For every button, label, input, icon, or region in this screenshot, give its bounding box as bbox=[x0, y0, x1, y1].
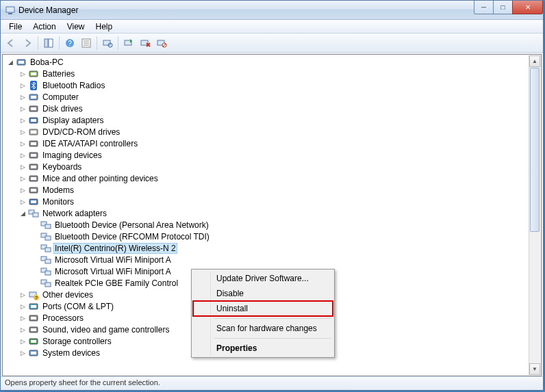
net-icon bbox=[28, 208, 39, 219]
tree-item-adapter[interactable]: Bluetooth Device (Personal Area Network) bbox=[4, 219, 529, 231]
tree-label: Microsoft Virtual WiFi Miniport A bbox=[53, 267, 173, 276]
device-manager-window: Device Manager ─ □ ✕ File Action View He… bbox=[0, 0, 544, 391]
tree-category[interactable]: ▷Modems bbox=[4, 184, 529, 196]
uninstall-button[interactable] bbox=[138, 36, 153, 51]
menu-update-driver[interactable]: Update Driver Software... bbox=[193, 271, 333, 286]
expand-icon[interactable]: ▷ bbox=[19, 186, 27, 194]
toolbar-separator bbox=[38, 36, 38, 50]
maximize-button[interactable]: □ bbox=[493, 1, 513, 14]
expand-icon[interactable]: ▷ bbox=[19, 314, 27, 322]
menu-scan-hardware[interactable]: Scan for hardware changes bbox=[193, 321, 333, 336]
tree-category[interactable]: ▷Mice and other pointing devices bbox=[4, 172, 529, 184]
help-button[interactable]: ? bbox=[62, 36, 77, 51]
properties-button[interactable] bbox=[79, 36, 94, 51]
menu-properties[interactable]: Properties bbox=[193, 341, 333, 356]
menu-view[interactable]: View bbox=[62, 21, 90, 33]
tree-item-adapter[interactable]: Bluetooth Device (RFCOMM Protocol TDI) bbox=[4, 231, 529, 242]
tree-label: Keyboards bbox=[41, 162, 83, 172]
expand-icon[interactable]: ▷ bbox=[19, 326, 27, 333]
scan-hardware-button[interactable] bbox=[100, 36, 115, 51]
tree-item-adapter[interactable]: Intel(R) Centrino(R) Wireless-N 2 bbox=[4, 242, 529, 254]
tree-category[interactable]: ▷Disk drives bbox=[4, 103, 529, 114]
tree-label: Monitors bbox=[41, 197, 75, 207]
tree-label: Sound, video and game controllers bbox=[41, 325, 170, 335]
menu-file[interactable]: File bbox=[3, 21, 27, 33]
svg-rect-43 bbox=[33, 213, 38, 217]
tree-label: Mice and other pointing devices bbox=[41, 174, 160, 183]
title-bar[interactable]: Device Manager ─ □ ✕ bbox=[1, 1, 543, 20]
tree-category[interactable]: ▷Monitors bbox=[4, 196, 529, 207]
toolbar: ? bbox=[1, 34, 543, 53]
tree-spacer bbox=[31, 221, 39, 228]
expand-icon[interactable]: ▷ bbox=[19, 349, 27, 356]
tree-category[interactable]: ▷DVD/CD-ROM drives bbox=[4, 126, 529, 138]
context-menu: Update Driver Software... Disable Uninst… bbox=[191, 269, 335, 358]
net-icon bbox=[40, 220, 51, 231]
expand-icon[interactable]: ▷ bbox=[19, 151, 27, 159]
tree-category[interactable]: ▷Computer bbox=[4, 91, 529, 103]
tree-category[interactable]: ▷Display adapters bbox=[4, 114, 529, 126]
svg-rect-23 bbox=[31, 96, 36, 99]
scroll-down-button[interactable]: ▼ bbox=[529, 363, 540, 375]
expand-icon[interactable]: ▷ bbox=[19, 93, 27, 101]
keyboard-icon bbox=[28, 161, 39, 172]
system-icon bbox=[28, 348, 39, 358]
svg-rect-27 bbox=[31, 119, 36, 122]
tree-spacer bbox=[31, 256, 39, 263]
cpu-icon bbox=[28, 313, 39, 324]
show-hide-tree-button[interactable] bbox=[41, 36, 56, 51]
tree-root[interactable]: ◢Boba-PC bbox=[4, 56, 529, 68]
svg-rect-35 bbox=[31, 166, 36, 168]
tree-category[interactable]: ▷Batteries bbox=[4, 68, 529, 79]
menu-disable[interactable]: Disable bbox=[193, 286, 333, 301]
expand-icon[interactable]: ▷ bbox=[19, 291, 27, 298]
monitor-icon bbox=[28, 196, 39, 207]
back-button[interactable] bbox=[3, 36, 18, 51]
menu-help[interactable]: Help bbox=[90, 21, 118, 33]
tree-label: Modems bbox=[41, 185, 75, 195]
expand-icon[interactable]: ▷ bbox=[19, 174, 27, 182]
tree-category[interactable]: ▷Imaging devices bbox=[4, 149, 529, 161]
forward-button[interactable] bbox=[20, 36, 35, 51]
tree-label: Realtek PCIe GBE Family Control bbox=[53, 278, 179, 288]
bluetooth-icon bbox=[28, 80, 39, 91]
vertical-scrollbar[interactable]: ▲ ▼ bbox=[529, 55, 540, 375]
tree-category[interactable]: ▷Keyboards bbox=[4, 161, 529, 172]
expand-icon[interactable]: ▷ bbox=[19, 337, 27, 345]
scroll-up-button[interactable]: ▲ bbox=[529, 55, 540, 67]
update-driver-button[interactable] bbox=[121, 36, 136, 51]
net-icon bbox=[40, 266, 51, 277]
expand-icon[interactable]: ▷ bbox=[19, 163, 27, 170]
net-icon bbox=[40, 243, 51, 254]
tree-category-network[interactable]: ◢Network adapters bbox=[4, 207, 529, 219]
expand-icon[interactable]: ▷ bbox=[19, 81, 27, 89]
tree-spacer bbox=[31, 233, 39, 240]
modem-icon bbox=[28, 185, 39, 196]
status-text: Opens property sheet for the current sel… bbox=[5, 378, 160, 387]
expand-icon[interactable]: ▷ bbox=[19, 105, 27, 112]
collapse-icon[interactable]: ◢ bbox=[19, 209, 27, 217]
close-button[interactable]: ✕ bbox=[512, 1, 543, 14]
cd-icon bbox=[28, 127, 39, 138]
menu-bar: File Action View Help bbox=[1, 20, 543, 34]
tree-item-adapter[interactable]: Microsoft Virtual WiFi Miniport A bbox=[4, 254, 529, 265]
menu-action[interactable]: Action bbox=[27, 21, 61, 33]
expand-icon[interactable]: ▷ bbox=[19, 302, 27, 310]
expand-icon[interactable]: ▷ bbox=[19, 116, 27, 124]
collapse-icon[interactable]: ◢ bbox=[7, 58, 14, 66]
expand-icon[interactable]: ▷ bbox=[19, 70, 27, 77]
battery-icon bbox=[28, 68, 39, 79]
pc-icon bbox=[16, 57, 27, 68]
tree-category[interactable]: ▷IDE ATA/ATAPI controllers bbox=[4, 138, 529, 149]
expand-icon[interactable]: ▷ bbox=[19, 198, 27, 205]
expand-icon[interactable]: ▷ bbox=[19, 128, 27, 135]
tree-label: System devices bbox=[41, 348, 101, 358]
status-bar: Opens property sheet for the current sel… bbox=[1, 376, 543, 390]
menu-uninstall[interactable]: Uninstall bbox=[193, 301, 333, 316]
minimize-button[interactable]: ─ bbox=[474, 1, 494, 14]
disable-button[interactable] bbox=[154, 36, 169, 51]
tree-label: Network adapters bbox=[41, 209, 108, 218]
scroll-thumb[interactable] bbox=[530, 68, 540, 232]
expand-icon[interactable]: ▷ bbox=[19, 140, 27, 147]
tree-category[interactable]: ▷Bluetooth Radios bbox=[4, 79, 529, 91]
